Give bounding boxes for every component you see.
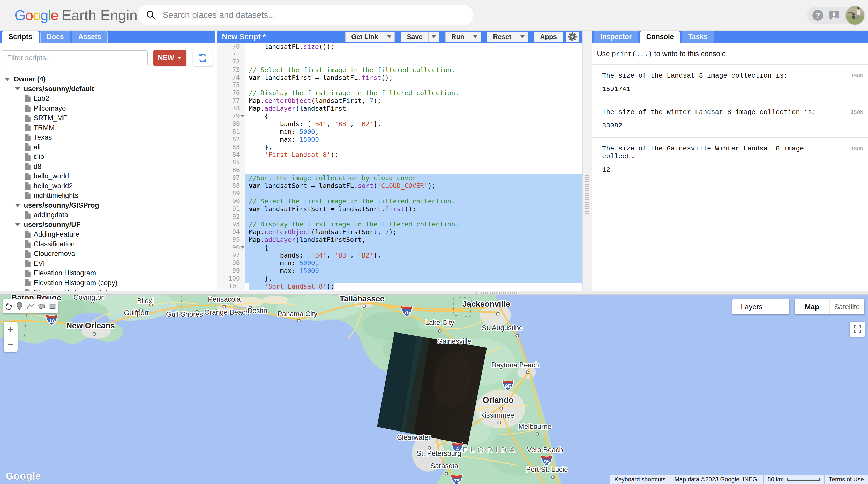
tab-tasks[interactable]: Tasks bbox=[682, 31, 714, 43]
code-line-89[interactable]: 89 bbox=[217, 190, 583, 197]
code-line-78[interactable]: 78Map.addLayer(landsatFirst, bbox=[217, 105, 583, 112]
script-item[interactable]: Elevation Histogram John bbox=[0, 288, 215, 291]
code-line-94[interactable]: 94Map.centerObject(landsatFirstSort, 7); bbox=[217, 228, 583, 236]
code-line-81[interactable]: 81 min: 5000, bbox=[217, 128, 583, 136]
code-line-76[interactable]: 76// Display the first image in the filt… bbox=[217, 89, 583, 97]
code-area[interactable]: 70 landsatFL.size());717273// Select the… bbox=[217, 43, 583, 291]
run-button[interactable]: Run bbox=[445, 32, 470, 42]
script-item[interactable]: Texas bbox=[0, 133, 215, 142]
script-item[interactable]: Lab2 bbox=[0, 94, 215, 104]
script-item[interactable]: hello_world2 bbox=[0, 181, 215, 191]
code-line-83[interactable]: 83 }, bbox=[217, 143, 583, 151]
avatar[interactable] bbox=[846, 6, 864, 25]
settings-button[interactable] bbox=[566, 32, 579, 42]
script-item[interactable]: Cloudremoval bbox=[0, 249, 215, 259]
terms-of-use-link[interactable]: Terms of Use bbox=[825, 475, 868, 484]
script-folder[interactable]: users/sounny/default bbox=[0, 84, 215, 94]
fullscreen-button[interactable] bbox=[850, 322, 865, 336]
layers-button[interactable]: Layers bbox=[733, 299, 789, 314]
code-line-97[interactable]: 97 bands: ['B4', 'B3', 'B2'], bbox=[217, 252, 583, 259]
code-line-75[interactable]: 75 bbox=[217, 82, 583, 89]
json-badge[interactable]: JSON bbox=[850, 109, 863, 115]
map-type-satellite[interactable]: Satellite bbox=[830, 299, 865, 314]
json-badge[interactable]: JSON bbox=[850, 146, 863, 152]
new-script-button[interactable]: NEW bbox=[153, 50, 186, 66]
search-bar[interactable] bbox=[137, 5, 474, 25]
tab-console[interactable]: Console bbox=[640, 31, 681, 43]
keyboard-shortcuts-link[interactable]: Keyboard shortcuts bbox=[610, 475, 670, 484]
script-item[interactable]: EVI bbox=[0, 259, 215, 269]
script-item[interactable]: Classification bbox=[0, 239, 215, 249]
tab-docs[interactable]: Docs bbox=[40, 31, 70, 43]
script-item[interactable]: hello_world bbox=[0, 171, 215, 181]
rectangle-tool[interactable] bbox=[47, 299, 58, 313]
get-link-dropdown-button[interactable] bbox=[384, 32, 395, 42]
get-link-button[interactable]: Get Link bbox=[345, 32, 384, 42]
code-line-72[interactable]: 72 bbox=[217, 58, 583, 66]
run-dropdown-button[interactable] bbox=[470, 32, 481, 42]
map-splitter-horizontal[interactable] bbox=[0, 291, 868, 295]
script-item[interactable]: SRTM_MF bbox=[0, 113, 215, 123]
polygon-tool[interactable] bbox=[36, 299, 47, 313]
filter-scripts-input[interactable] bbox=[2, 51, 148, 65]
code-line-71[interactable]: 71 bbox=[217, 51, 583, 58]
code-line-87[interactable]: 87//Sort the image collecction by cloud … bbox=[217, 174, 583, 182]
script-item[interactable]: addingdata bbox=[0, 210, 215, 220]
fold-arrow-icon[interactable] bbox=[241, 247, 244, 249]
script-item[interactable]: AddingFeature bbox=[0, 230, 215, 239]
feedback-icon[interactable] bbox=[828, 9, 840, 22]
script-item[interactable]: d8 bbox=[0, 162, 215, 172]
code-line-90[interactable]: 90// Select the first image in the filte… bbox=[217, 197, 583, 205]
script-item[interactable]: TRMM bbox=[0, 123, 215, 133]
zoom-out-button[interactable]: − bbox=[4, 337, 18, 352]
map-type-map[interactable]: Map bbox=[795, 299, 830, 314]
code-line-98[interactable]: 98 min: 5000, bbox=[217, 259, 583, 267]
tab-assets[interactable]: Assets bbox=[72, 31, 108, 43]
script-group[interactable]: Owner (4) bbox=[0, 74, 215, 84]
script-item[interactable]: Elevation Histogram bbox=[0, 268, 215, 278]
script-item[interactable]: ali bbox=[0, 142, 215, 152]
code-line-70[interactable]: 70 landsatFL.size()); bbox=[217, 43, 583, 51]
tab-inspector[interactable]: Inspector bbox=[594, 31, 638, 43]
script-folder[interactable]: users/sounny/UF bbox=[0, 220, 215, 230]
script-item[interactable]: Pilcomayo bbox=[0, 104, 215, 114]
tab-scripts[interactable]: Scripts bbox=[2, 31, 39, 43]
zoom-in-button[interactable]: + bbox=[4, 322, 18, 337]
point-tool[interactable] bbox=[14, 299, 25, 313]
chevron-down-icon[interactable] bbox=[15, 223, 20, 226]
pan-hand-tool[interactable] bbox=[3, 299, 14, 313]
script-item[interactable]: clip bbox=[0, 152, 215, 162]
code-line-93[interactable]: 93// Display the first image in the filt… bbox=[217, 221, 583, 228]
script-folder[interactable]: users/sounny/GISProg bbox=[0, 201, 215, 211]
code-line-91[interactable]: 91var landsatFirstSort = landsatSort.fir… bbox=[217, 205, 583, 213]
code-line-88[interactable]: 88var landsatSort = landsatFL.sort('CLOU… bbox=[217, 182, 583, 190]
script-item[interactable]: nighttimelights bbox=[0, 191, 215, 201]
refresh-button[interactable] bbox=[193, 49, 213, 67]
script-item[interactable]: Elevation Histogram (copy) bbox=[0, 278, 215, 288]
code-line-99[interactable]: 99 max: 15000 bbox=[217, 267, 583, 275]
save-button[interactable]: Save bbox=[401, 32, 429, 42]
code-line-84[interactable]: 84 'First Landsat 8'); bbox=[217, 151, 583, 159]
chevron-down-icon[interactable] bbox=[15, 87, 20, 91]
code-line-96[interactable]: 96 { bbox=[217, 244, 583, 252]
code-line-74[interactable]: 74var landsatFirst = landsatFL.first(); bbox=[217, 74, 583, 82]
code-line-73[interactable]: 73// Select the first image in the filte… bbox=[217, 66, 583, 74]
panel-splitter-vertical[interactable] bbox=[583, 31, 592, 291]
search-input[interactable] bbox=[163, 10, 466, 20]
code-line-77[interactable]: 77Map.centerObject(landsatFirst, 7); bbox=[217, 97, 583, 105]
chevron-down-icon[interactable] bbox=[15, 204, 20, 207]
code-line-95[interactable]: 95Map.addLayer(landsatFirstSort, bbox=[217, 236, 583, 244]
fold-arrow-icon[interactable] bbox=[241, 115, 244, 118]
code-line-92[interactable]: 92 bbox=[217, 213, 583, 221]
code-line-82[interactable]: 82 max: 15000 bbox=[217, 136, 583, 143]
google-earth-engine-logo[interactable]: GoogleEarth Engine bbox=[14, 7, 145, 24]
line-tool[interactable] bbox=[25, 299, 36, 313]
code-line-85[interactable]: 85 bbox=[217, 159, 583, 166]
apps-button[interactable]: Apps bbox=[534, 32, 563, 42]
code-line-86[interactable]: 86 bbox=[217, 166, 583, 174]
json-badge[interactable]: JSON bbox=[850, 73, 863, 79]
code-line-100[interactable]: 100 }, bbox=[217, 275, 583, 283]
code-line-80[interactable]: 80 bands: ['B4', 'B3', 'B2'], bbox=[217, 120, 583, 128]
map-view[interactable]: 10759549575CovingtonBiloxiGulfportGulf S… bbox=[0, 295, 868, 484]
code-line-79[interactable]: 79 { bbox=[217, 112, 583, 120]
